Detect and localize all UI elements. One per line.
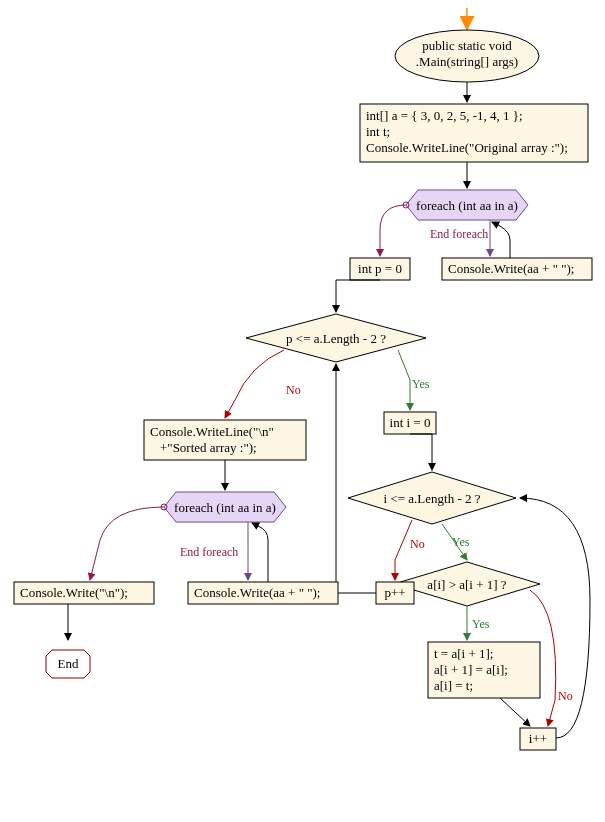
pcond-yes-label: Yes bbox=[412, 377, 430, 391]
edge-pcond-yes bbox=[398, 350, 410, 410]
edge-foreach1-exit bbox=[380, 205, 406, 256]
edge-foreach2-exit bbox=[90, 507, 164, 580]
write1-label: Console.Write(aa + " "); bbox=[448, 261, 574, 276]
newline-label: Console.Write("\n"); bbox=[20, 585, 128, 600]
edge-swap-iinc bbox=[500, 698, 530, 726]
sorted-line1: Console.WriteLine("\n" bbox=[150, 424, 274, 439]
iinc-label: i++ bbox=[529, 731, 547, 746]
pcond-no-label: No bbox=[286, 383, 301, 397]
icond-label: i <= a.Length - 2 ? bbox=[384, 491, 481, 506]
foreach2-label: foreach (int aa in a) bbox=[174, 500, 276, 515]
edge-write1-back bbox=[492, 222, 510, 258]
write2-label: Console.Write(aa + " "); bbox=[194, 585, 320, 600]
start-label2: .Main(string[] args) bbox=[416, 54, 518, 69]
edge-iinc-back bbox=[520, 498, 590, 738]
sorted-line2: +"Sorted array :"); bbox=[160, 440, 257, 455]
acomp-no-label: No bbox=[558, 689, 573, 703]
foreach1-end-label: End foreach bbox=[430, 227, 488, 241]
icond-yes-label: Yes bbox=[452, 535, 470, 549]
edge-pcond-no bbox=[225, 350, 284, 418]
edge-write2-back bbox=[252, 523, 268, 582]
pcond-label: p <= a.Length - 2 ? bbox=[286, 331, 386, 346]
foreach2-end-label: End foreach bbox=[180, 545, 238, 559]
start-label1: public static void bbox=[422, 38, 512, 53]
icond-no-label: No bbox=[410, 537, 425, 551]
iinit-label: int i = 0 bbox=[390, 415, 431, 430]
end-label: End bbox=[58, 656, 79, 671]
acomp-yes-label: Yes bbox=[472, 617, 490, 631]
pinc-label: p++ bbox=[384, 585, 405, 600]
init-line2: int t; bbox=[366, 124, 390, 139]
swap-line1: t = a[i + 1]; bbox=[434, 646, 493, 661]
foreach1-label: foreach (int aa in a) bbox=[416, 198, 518, 213]
swap-line3: a[i] = t; bbox=[434, 678, 473, 693]
swap-line2: a[i + 1] = a[i]; bbox=[434, 662, 508, 677]
acomp-label: a[i] > a[i + 1] ? bbox=[427, 577, 506, 592]
flowchart-svg: public static void .Main(string[] args) … bbox=[0, 0, 605, 822]
pinit-label: int p = 0 bbox=[358, 261, 402, 276]
init-line1: int[] a = { 3, 0, 2, 5, -1, 4, 1 }; bbox=[366, 108, 523, 123]
init-line3: Console.WriteLine("Original array :"); bbox=[366, 140, 568, 155]
edge-pinc-back bbox=[336, 364, 376, 593]
